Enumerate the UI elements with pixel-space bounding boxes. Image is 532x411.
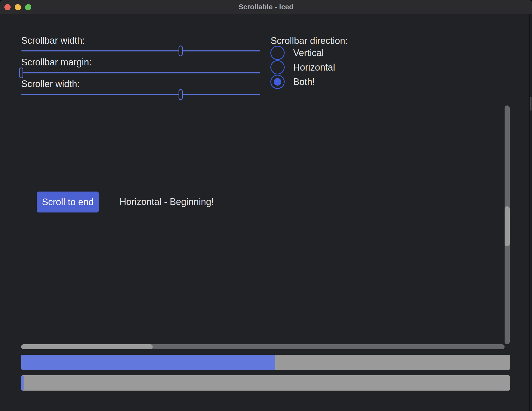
app-window: Scrollable - Iced Scrollbar width: Scrol… xyxy=(0,0,532,411)
slider-scrollbar-width[interactable] xyxy=(21,45,260,56)
vertical-scrollbar[interactable] xyxy=(505,105,510,344)
horizontal-scrollbar-thumb[interactable] xyxy=(21,344,153,349)
slider-handle[interactable] xyxy=(179,45,183,56)
slider-scroller-width[interactable] xyxy=(21,89,260,100)
slider-handle[interactable] xyxy=(179,89,183,100)
radio-circle-icon[interactable] xyxy=(270,46,285,60)
slider-label-scroller-width: Scroller width: xyxy=(21,79,80,89)
horizontal-scrollbar[interactable] xyxy=(21,344,505,349)
radio-option-both[interactable]: Both! xyxy=(270,75,315,89)
slider-scrollbar-margin[interactable] xyxy=(21,67,260,78)
status-text: Horizontal - Beginning! xyxy=(120,197,214,207)
radio-label: Vertical xyxy=(293,48,324,58)
window-edge-strip xyxy=(530,14,532,411)
titlebar: Scrollable - Iced xyxy=(0,0,532,14)
radio-label: Both! xyxy=(293,77,315,87)
radio-circle-icon[interactable] xyxy=(270,60,285,74)
slider-track[interactable] xyxy=(21,94,260,95)
radio-label: Horizontal xyxy=(293,63,335,72)
radio-option-vertical[interactable]: Vertical xyxy=(270,46,324,60)
slider-track[interactable] xyxy=(21,50,260,51)
scroll-to-end-button[interactable]: Scroll to end xyxy=(37,192,99,212)
radio-circle-icon[interactable] xyxy=(270,75,285,89)
progress-fill xyxy=(21,375,24,391)
progress-bar-horizontal xyxy=(21,355,510,370)
direction-group-label: Scrollbar direction: xyxy=(271,36,348,45)
progress-bar-vertical xyxy=(21,375,510,391)
slider-track[interactable] xyxy=(21,72,260,73)
progress-fill xyxy=(21,355,275,370)
slider-handle[interactable] xyxy=(19,67,23,78)
vertical-scrollbar-thumb[interactable] xyxy=(505,206,510,246)
radio-option-horizontal[interactable]: Horizontal xyxy=(270,60,335,74)
slider-label-scrollbar-margin: Scrollbar margin: xyxy=(21,58,92,67)
window-title: Scrollable - Iced xyxy=(0,0,532,14)
slider-label-scrollbar-width: Scrollbar width: xyxy=(21,36,85,45)
radio-dot-icon xyxy=(274,78,281,86)
overlay-scrollbar-nub xyxy=(530,97,531,111)
